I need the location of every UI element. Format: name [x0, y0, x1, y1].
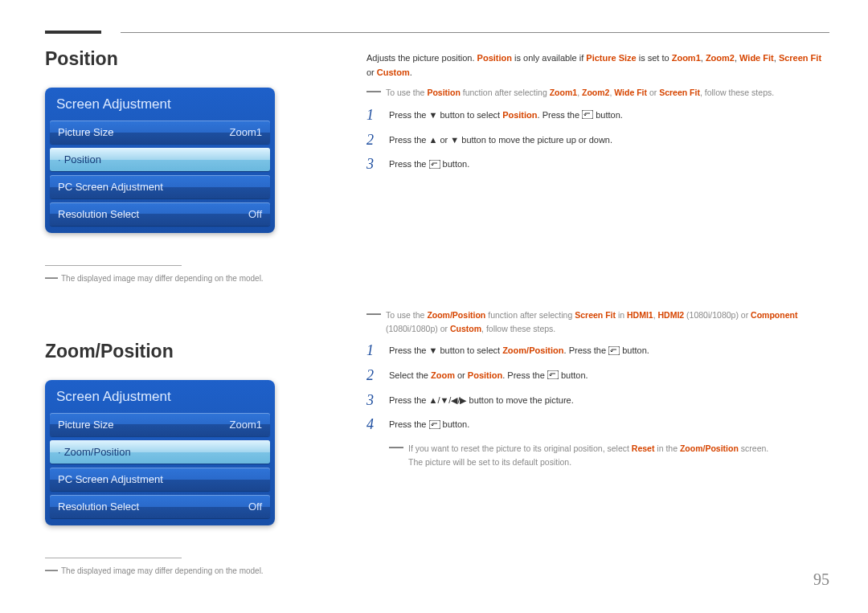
osd2-row-picture-size[interactable]: Picture Size Zoom1 [50, 413, 270, 436]
bullet-icon: · [58, 153, 61, 166]
osd-row-label: Zoom/Position [64, 446, 131, 458]
t: button. [593, 110, 623, 120]
svg-rect-0 [582, 110, 593, 119]
enter-icon [547, 370, 559, 379]
footnote-divider [45, 558, 182, 558]
osd1-row-picture-size[interactable]: Picture Size Zoom1 [50, 121, 270, 144]
osd-row-value: Off [248, 501, 262, 513]
t: Zoom2 [582, 88, 609, 97]
step-4: 4 Press the button. [366, 417, 829, 432]
dpad-arrows-icon: ▲/▼/◀/▶ [429, 395, 467, 405]
t: in [616, 310, 627, 320]
step-text: Press the ▲/▼/◀/▶ button to move the pic… [389, 393, 574, 408]
t: Position [477, 53, 512, 63]
step-3: 3 Press the ▲/▼/◀/▶ button to move the p… [366, 393, 829, 408]
t: Press the [389, 395, 429, 405]
dash-icon: ― [366, 86, 381, 100]
t: Press the [389, 159, 429, 169]
t: or [455, 370, 468, 380]
t: function after selecting [485, 310, 575, 320]
subnote-text: To use the Position function after selec… [386, 86, 774, 100]
svg-rect-1 [429, 160, 440, 169]
dash-icon: ― [389, 442, 403, 469]
t: To use the [386, 88, 427, 97]
t: Position [427, 88, 460, 97]
t: button. [440, 419, 470, 429]
t: button to select [437, 110, 502, 120]
t: Zoom1 [550, 88, 577, 97]
osd1-row-position[interactable]: ·Position [50, 148, 270, 171]
section2-subnote: ― To use the Zoom/Position function afte… [366, 309, 829, 336]
t: . Press the [538, 110, 583, 120]
t: Zoom/Position [680, 443, 739, 453]
t: Custom [377, 67, 410, 77]
t: Screen Fit [779, 53, 821, 63]
osd1-row-resolution[interactable]: Resolution Select Off [50, 202, 270, 226]
t: button to move the picture up or down. [459, 135, 612, 145]
t: screen. [739, 443, 768, 453]
osd2-row-zoom-position[interactable]: ·Zoom/Position [50, 440, 270, 464]
svg-rect-4 [429, 420, 440, 429]
step-text: Press the ▼ button to select Position. P… [389, 108, 623, 123]
step-2: 2 Select the Zoom or Position. Press the… [366, 368, 829, 383]
section1-subnote: ― To use the Position function after sel… [366, 86, 829, 100]
osd2-row-pc-screen[interactable]: PC Screen Adjustment [50, 468, 270, 491]
footnote-1: ― The displayed image may differ dependi… [45, 274, 318, 283]
t: , follow these steps. [481, 324, 555, 333]
footnote-text: The displayed image may differ depending… [61, 566, 264, 575]
step-number: 4 [366, 417, 378, 431]
t: If you want to reset the picture to its … [408, 443, 632, 453]
osd-row-value: Zoom1 [230, 126, 262, 138]
bullet-icon: · [58, 446, 61, 458]
t: Component [751, 310, 797, 320]
osd-panel-1: Screen Adjustment Picture Size Zoom1 ·Po… [45, 88, 275, 233]
t: The picture will be set to its default p… [408, 457, 571, 467]
t: function after selecting [461, 88, 550, 97]
t: Zoom2 [706, 53, 735, 63]
t: . Press the [502, 370, 547, 380]
step-number: 1 [366, 108, 378, 122]
section1-body: Adjusts the picture position. Position i… [366, 51, 829, 172]
t: Reset [632, 443, 655, 453]
step-text: Press the button. [389, 157, 469, 172]
down-arrow-icon: ▼ [429, 345, 438, 355]
step-1: 1 Press the ▼ button to select Position.… [366, 108, 829, 123]
t: is set to [637, 53, 672, 63]
t: Press the [389, 135, 429, 145]
t: . [410, 67, 412, 77]
osd-row-label: Position [64, 153, 101, 166]
t: is only available if [512, 53, 586, 63]
t: (1080i/1080p) or [684, 310, 751, 320]
t: button. [620, 345, 649, 355]
dash-icon: ― [45, 274, 58, 282]
t: HDMI2 [658, 310, 685, 320]
t: HDMI1 [627, 310, 653, 320]
page-number: 95 [813, 570, 829, 589]
enter-icon [582, 110, 593, 119]
header-tab-marker [45, 31, 101, 34]
section2-body: ― To use the Zoom/Position function afte… [366, 309, 829, 469]
t: Wide Fit [739, 53, 774, 63]
svg-rect-2 [608, 346, 620, 355]
t: Custom [450, 324, 481, 333]
t: Select the [389, 370, 431, 380]
step-text: Select the Zoom or Position. Press the b… [389, 368, 588, 383]
dash-icon: ― [45, 566, 58, 574]
step-text: Press the button. [389, 417, 469, 432]
step-number: 2 [366, 133, 378, 147]
osd-row-label: Resolution Select [58, 501, 139, 513]
step-number: 3 [366, 157, 378, 171]
osd1-row-pc-screen[interactable]: PC Screen Adjustment [50, 175, 270, 198]
step-1: 1 Press the ▼ button to select Zoom/Posi… [366, 343, 829, 358]
osd-row-label: PC Screen Adjustment [58, 473, 163, 485]
osd2-row-resolution[interactable]: Resolution Select Off [50, 495, 270, 518]
t: button. [440, 159, 470, 169]
t: Screen Fit [659, 88, 700, 97]
up-arrow-icon: ▲ [429, 135, 438, 145]
t: . Press the [564, 345, 609, 355]
osd-row-label: PC Screen Adjustment [58, 181, 163, 193]
t: or [366, 67, 377, 77]
header-divider [121, 32, 829, 33]
t: Zoom1 [672, 53, 701, 63]
osd-row-label: Picture Size [58, 126, 113, 138]
